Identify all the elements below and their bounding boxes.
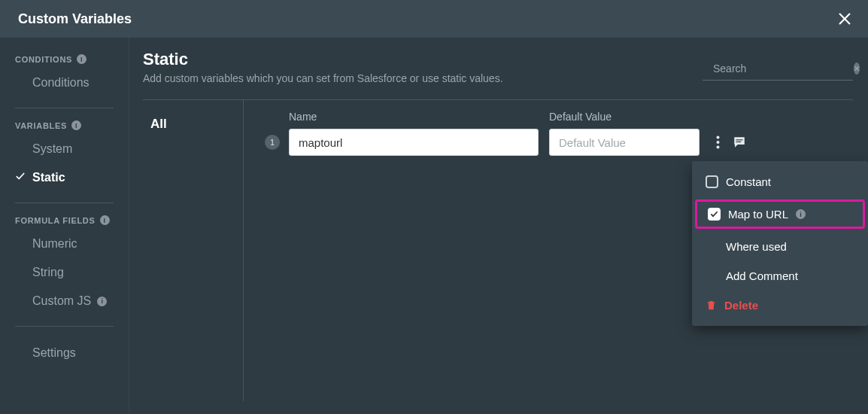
sidebar-item-label: System xyxy=(32,142,72,156)
checkbox-icon xyxy=(706,175,718,188)
sidebar-item-customjs[interactable]: Custom JS i xyxy=(0,287,129,315)
menu-label: Where used xyxy=(726,240,787,253)
info-icon[interactable]: i xyxy=(71,120,81,130)
column-header-name: Name xyxy=(289,111,539,123)
variable-default-input[interactable] xyxy=(549,129,700,156)
sidebar-item-label: String xyxy=(32,266,64,279)
section-header-variables: VARIABLES i xyxy=(0,120,129,130)
menu-map-to-url[interactable]: Map to URL i xyxy=(695,199,865,229)
page-title: Static xyxy=(143,50,503,69)
sidebar-item-label: Conditions xyxy=(32,76,90,90)
menu-label: Map to URL xyxy=(728,208,788,221)
section-label: FORMULA FIELDS xyxy=(15,216,96,225)
info-icon[interactable]: i xyxy=(77,54,86,64)
svg-rect-9 xyxy=(736,139,743,140)
more-icon[interactable] xyxy=(716,135,720,149)
modal-title: Custom Variables xyxy=(18,11,132,27)
sidebar-item-settings[interactable]: Settings xyxy=(0,339,129,367)
sidebar-item-label: Static xyxy=(32,171,65,184)
comment-icon[interactable] xyxy=(732,135,747,149)
section-label: CONDITIONS xyxy=(15,55,72,64)
svg-rect-10 xyxy=(736,142,742,142)
checkmark-icon xyxy=(15,171,26,184)
sidebar-item-conditions[interactable]: Conditions xyxy=(0,68,129,97)
svg-point-8 xyxy=(717,146,720,149)
clear-search-icon[interactable] xyxy=(854,62,860,75)
trash-icon xyxy=(706,300,717,311)
sidebar-item-string[interactable]: String xyxy=(0,258,129,287)
menu-label: Add Comment xyxy=(726,269,798,282)
column-header-default: Default Value xyxy=(549,111,700,123)
variable-name-input[interactable] xyxy=(289,129,539,156)
divider xyxy=(15,326,114,327)
info-icon[interactable]: i xyxy=(796,209,806,219)
row-number-badge: 1 xyxy=(265,135,280,150)
divider xyxy=(15,202,114,203)
table-row: 1 xyxy=(265,129,853,156)
menu-add-comment[interactable]: Add Comment xyxy=(692,261,868,291)
menu-constant[interactable]: Constant xyxy=(692,167,868,196)
search-field[interactable] xyxy=(703,59,853,81)
sidebar: CONDITIONS i Conditions VARIABLES i Syst… xyxy=(0,38,129,414)
svg-point-6 xyxy=(717,136,720,139)
page-subtitle: Add custom variables which you can set f… xyxy=(143,72,503,84)
sidebar-item-static[interactable]: Static xyxy=(0,163,129,192)
modal-header: Custom Variables xyxy=(0,0,868,38)
svg-point-7 xyxy=(717,141,720,144)
context-menu: Constant Map to URL i Where used Add Com… xyxy=(692,161,868,326)
menu-delete[interactable]: Delete xyxy=(692,291,868,320)
menu-label: Delete xyxy=(724,299,758,312)
sidebar-item-system[interactable]: System xyxy=(0,135,129,163)
divider xyxy=(15,108,114,108)
checkbox-checked-icon xyxy=(708,208,721,221)
section-header-formula: FORMULA FIELDS i xyxy=(0,215,129,225)
sidebar-item-numeric[interactable]: Numeric xyxy=(0,230,129,258)
sidebar-item-label: Custom JS xyxy=(32,294,91,308)
menu-where-used[interactable]: Where used xyxy=(692,232,868,261)
menu-label: Constant xyxy=(726,175,771,188)
main-panel: Static Add custom variables which you ca… xyxy=(129,38,868,414)
sidebar-item-label: Settings xyxy=(32,346,76,360)
section-label: VARIABLES xyxy=(15,121,67,130)
section-header-conditions: CONDITIONS i xyxy=(0,54,129,64)
info-icon[interactable]: i xyxy=(97,297,107,306)
filter-all[interactable]: All xyxy=(150,114,243,135)
info-icon[interactable]: i xyxy=(100,215,110,225)
filter-column: All xyxy=(143,100,244,401)
search-input[interactable] xyxy=(712,62,846,75)
sidebar-item-label: Numeric xyxy=(32,237,77,251)
close-icon[interactable] xyxy=(836,11,853,27)
